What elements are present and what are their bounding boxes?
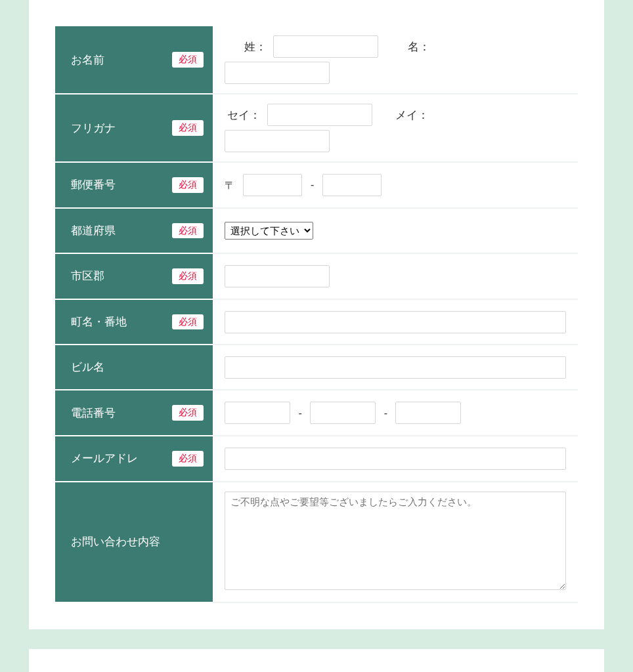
required-badge: 必須 — [172, 314, 204, 330]
zip-sep: - — [311, 179, 314, 190]
highlight-ellipse-icon — [211, 670, 422, 672]
row-building: ビル名 — [55, 345, 578, 390]
input-zip2[interactable] — [322, 174, 382, 196]
tel-sep1: - — [298, 408, 301, 419]
required-badge: 必須 — [172, 120, 204, 136]
required-badge: 必須 — [172, 268, 204, 284]
row-email: メールアドレ 必須 — [55, 436, 578, 482]
label-tel: 電話番号 — [71, 406, 116, 421]
input-sei[interactable] — [273, 35, 378, 58]
required-badge: 必須 — [172, 451, 204, 467]
label-kana-sei: セイ： — [227, 109, 261, 121]
row-tel: 電話番号 必須 - - — [55, 390, 578, 436]
input-tel3[interactable] — [395, 402, 461, 424]
input-kana-mei[interactable] — [225, 130, 330, 152]
input-tel1[interactable] — [225, 402, 290, 424]
label-mei: 名： — [408, 41, 430, 53]
row-name: お名前 必須 姓： 名： — [55, 26, 578, 94]
row-inquiry: お問い合わせ内容 — [55, 482, 578, 602]
form-card: お名前 必須 姓： 名： フリガナ 必須 セイ： — [29, 0, 604, 629]
row-kana: フリガナ 必須 セイ： メイ： — [55, 94, 578, 162]
row-zip: 郵便番号 必須 〒 - — [55, 162, 578, 208]
select-pref[interactable]: 選択して下さい — [225, 222, 313, 240]
tel-sep2: - — [384, 408, 387, 419]
label-pref: 都道府県 — [71, 223, 116, 238]
input-tel2[interactable] — [310, 402, 376, 424]
input-mei[interactable] — [225, 62, 330, 84]
label-email: メールアドレ — [71, 451, 138, 466]
input-street[interactable] — [225, 311, 566, 333]
required-badge: 必須 — [172, 223, 204, 239]
input-zip1[interactable] — [243, 174, 302, 196]
label-city: 市区郡 — [71, 268, 104, 284]
row-city: 市区郡 必須 — [55, 253, 578, 299]
label-kana: フリガナ — [71, 121, 116, 136]
input-city[interactable] — [225, 265, 330, 287]
zip-mark: 〒 — [225, 179, 235, 190]
label-street: 町名・番地 — [71, 314, 127, 329]
input-kana-sei[interactable] — [267, 104, 372, 126]
label-name: お名前 — [71, 52, 104, 68]
required-badge: 必須 — [172, 405, 204, 421]
label-zip: 郵便番号 — [71, 177, 116, 192]
label-sei: 姓： — [244, 41, 267, 53]
textarea-inquiry[interactable] — [225, 492, 566, 590]
form-table: お名前 必須 姓： 名： フリガナ 必須 セイ： — [55, 26, 578, 603]
label-inquiry: お問い合わせ内容 — [71, 534, 160, 549]
input-email[interactable] — [225, 448, 566, 470]
label-kana-mei: メイ： — [395, 109, 429, 121]
required-badge: 必須 — [172, 177, 204, 193]
label-building: ビル名 — [71, 360, 104, 375]
required-badge: 必須 — [172, 52, 204, 68]
row-pref: 都道府県 必須 選択して下さい — [55, 208, 578, 254]
input-building[interactable] — [225, 356, 566, 379]
row-street: 町名・番地 必須 — [55, 299, 578, 345]
